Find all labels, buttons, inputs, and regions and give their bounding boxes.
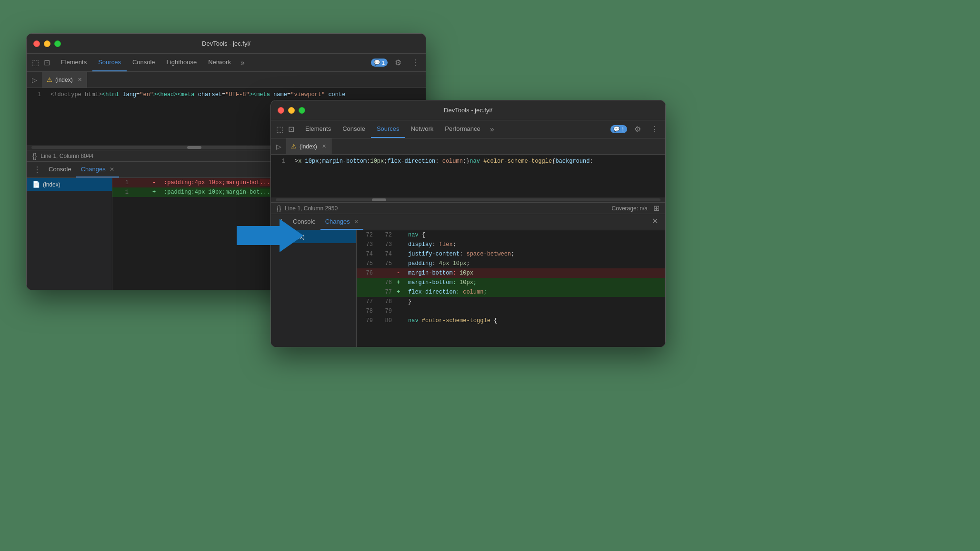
diff-num-left-del-1: 1 bbox=[112, 178, 131, 187]
code-area-2: 1 >x 10px;margin-bottom:10px;flex-direct… bbox=[271, 155, 665, 197]
diff-row-1: 7373 display: flex; bbox=[357, 240, 665, 249]
panel-tab-changes-1[interactable]: Changes ✕ bbox=[76, 162, 119, 177]
diff-nums-del-1: 1 bbox=[112, 178, 150, 187]
diff-row-8: 7879 bbox=[357, 306, 665, 316]
close-button-2[interactable] bbox=[278, 107, 284, 114]
changes-sidebar-1: 📄 (index) bbox=[27, 178, 112, 290]
maximize-button-2[interactable] bbox=[299, 107, 305, 114]
collapse-btn-1[interactable]: ▷ bbox=[27, 72, 42, 88]
cursor-icon-1[interactable]: ⬚ bbox=[30, 58, 40, 68]
message-badge-1[interactable]: 💬 1 bbox=[371, 59, 388, 67]
panel-tab-changes-2[interactable]: Changes ✕ bbox=[320, 214, 363, 230]
tab-more-1[interactable]: » bbox=[237, 54, 249, 71]
window-title-1: DevTools - jec.fyi/ bbox=[202, 40, 250, 47]
changes-close-icon-2[interactable]: ✕ bbox=[354, 218, 359, 225]
message-badge-2[interactable]: 💬 1 bbox=[610, 125, 627, 133]
panel-tab-console-1[interactable]: Console bbox=[44, 162, 76, 177]
badge-count-1: 1 bbox=[382, 60, 385, 66]
diff-row-4: 76 - margin-bottom: 10px bbox=[357, 268, 665, 278]
diff-num-right-del-1 bbox=[131, 178, 150, 187]
tab-elements-2[interactable]: Elements bbox=[300, 120, 337, 138]
scrollbar-thumb-1[interactable] bbox=[187, 146, 201, 149]
traffic-lights-1[interactable] bbox=[33, 40, 61, 47]
file-close-icon-2[interactable]: ✕ bbox=[322, 143, 326, 149]
panel-tab-bar-2: ⋮ Console Changes ✕ ✕ bbox=[271, 214, 665, 230]
tab-console-2[interactable]: Console bbox=[337, 120, 371, 138]
tab-performance-2[interactable]: Performance bbox=[439, 120, 486, 138]
status-text-2: Line 1, Column 2950 bbox=[285, 205, 338, 212]
changes-diff-2: 7272 nav { 7373 display: flex; 7474 just… bbox=[357, 230, 665, 347]
tab-lighthouse-1[interactable]: Lighthouse bbox=[161, 54, 203, 71]
warning-icon-2: ⚠ bbox=[291, 143, 297, 150]
arrow-container bbox=[237, 219, 303, 254]
minimize-button-2[interactable] bbox=[288, 107, 295, 114]
settings-icon-2[interactable]: ⚙ bbox=[631, 123, 644, 136]
traffic-lights-2[interactable] bbox=[278, 107, 305, 114]
diff-row-6: 77 + flex-direction: column; bbox=[357, 287, 665, 297]
tab-console-1[interactable]: Console bbox=[127, 54, 161, 71]
tab-bar-1: ⬚ ⊡ Elements Sources Console Lighthouse … bbox=[27, 54, 426, 72]
close-button-1[interactable] bbox=[33, 40, 40, 47]
file-tab-bar-1: ▷ ⚠ (index) ✕ bbox=[27, 72, 426, 88]
tab-more-2[interactable]: » bbox=[486, 120, 498, 138]
changes-panel-2: 📄 (index) 7272 nav { 7373 display: flex; bbox=[271, 230, 665, 347]
close-panel-icon-2[interactable]: ✕ bbox=[648, 214, 661, 227]
tab-bar-left-1: ⬚ ⊡ bbox=[30, 54, 51, 71]
status-text-1: Line 1, Column 8044 bbox=[40, 153, 93, 159]
chat-icon-1: 💬 bbox=[374, 59, 380, 66]
tab-sources-2[interactable]: Sources bbox=[371, 120, 405, 138]
line-num-2: 1 bbox=[271, 157, 290, 166]
minimize-button-1[interactable] bbox=[44, 40, 50, 47]
status-bar-right-2: Coverage: n/a ⊞ bbox=[612, 204, 660, 213]
maximize-button-1[interactable] bbox=[54, 40, 61, 47]
collapse-btn-2[interactable]: ▷ bbox=[271, 138, 286, 154]
tab-sources-1[interactable]: Sources bbox=[92, 54, 127, 71]
file-close-icon-1[interactable]: ✕ bbox=[78, 77, 82, 83]
scrollbar-h-2[interactable] bbox=[271, 197, 665, 202]
badge-count-2: 1 bbox=[621, 127, 624, 132]
diff-sign-add-1: + bbox=[150, 187, 160, 197]
tab-bar-right-1: 💬 1 ⚙ ⋮ bbox=[371, 54, 422, 71]
diff-row-9: 7980 nav #color-scheme-toggle { bbox=[357, 316, 665, 325]
line-content-2: >x 10px;margin-bottom:10px;flex-directio… bbox=[290, 157, 665, 166]
file-icon-1: 📄 bbox=[32, 181, 40, 188]
devtools-window-2: DevTools - jec.fyi/ ⬚ ⊡ Elements Console… bbox=[270, 100, 666, 347]
coverage-text-2: Coverage: n/a bbox=[612, 205, 648, 212]
tab-network-2[interactable]: Network bbox=[405, 120, 440, 138]
file-tab-index-2[interactable]: ⚠ (index) ✕ bbox=[286, 138, 331, 154]
more-icon-1[interactable]: ⋮ bbox=[409, 56, 422, 69]
warning-icon-1: ⚠ bbox=[47, 76, 52, 83]
diff-row-2: 7474 justify-content: space-between; bbox=[357, 249, 665, 259]
tab-network-1[interactable]: Network bbox=[202, 54, 237, 71]
changes-file-item-1[interactable]: 📄 (index) bbox=[27, 178, 112, 191]
device-icon-1[interactable]: ⊡ bbox=[42, 58, 51, 68]
code-line-2: 1 >x 10px;margin-bottom:10px;flex-direct… bbox=[271, 157, 665, 166]
diff-row-7: 7778 } bbox=[357, 297, 665, 306]
coverage-icon-2[interactable]: ⊞ bbox=[653, 204, 660, 213]
more-icon-2[interactable]: ⋮ bbox=[648, 123, 661, 136]
diff-sign-del-1: - bbox=[150, 178, 160, 187]
line-content-1: <!doctype html><html lang="en"><head><me… bbox=[46, 90, 426, 99]
diff-num-right-add-1 bbox=[131, 187, 150, 197]
close-panel-btn-2[interactable]: ✕ bbox=[648, 214, 661, 230]
settings-icon-1[interactable]: ⚙ bbox=[391, 56, 405, 69]
diff-row-0: 7272 nav { bbox=[357, 230, 665, 240]
tab-bar-right-2: 💬 1 ⚙ ⋮ bbox=[610, 120, 661, 138]
title-bar-2: DevTools - jec.fyi/ bbox=[271, 100, 665, 120]
file-tab-bar-2: ▷ ⚠ (index) ✕ bbox=[271, 138, 665, 155]
scrollbar-thumb-2[interactable] bbox=[372, 198, 386, 201]
cursor-icon-2[interactable]: ⬚ bbox=[275, 125, 284, 134]
diff-nums-add-1: 1 bbox=[112, 187, 150, 197]
panel-menu-btn-1[interactable]: ⋮ bbox=[30, 162, 44, 177]
status-bar-2: {} Line 1, Column 2950 Coverage: n/a ⊞ bbox=[271, 202, 665, 214]
cursor-icon-status-1: {} bbox=[32, 152, 37, 160]
svg-marker-0 bbox=[237, 219, 303, 252]
file-tab-index-1[interactable]: ⚠ (index) ✕ bbox=[42, 72, 87, 88]
changes-file-label-1: (index) bbox=[43, 181, 60, 188]
changes-close-icon-1[interactable]: ✕ bbox=[110, 166, 114, 173]
device-icon-2[interactable]: ⊡ bbox=[286, 125, 296, 134]
file-tab-label-2: (index) bbox=[300, 143, 317, 150]
tab-elements-1[interactable]: Elements bbox=[55, 54, 92, 71]
diff-row-5: 76 + margin-bottom: 10px; bbox=[357, 278, 665, 287]
scrollbar-track-2 bbox=[276, 198, 660, 201]
